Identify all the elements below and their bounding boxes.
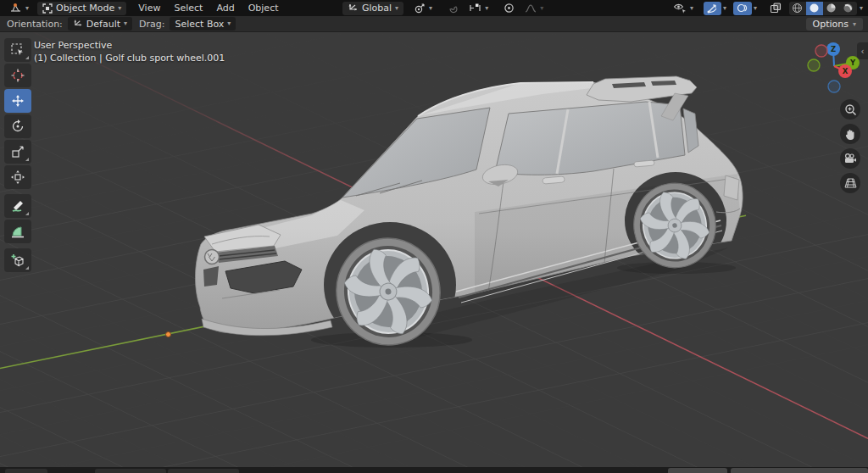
axes-icon [73,19,83,29]
view-perspective-label: User Perspective [34,39,225,52]
menu-view[interactable]: View [131,0,167,16]
object-visibility-dropdown[interactable]: ▾ [668,2,698,15]
tool-transform[interactable] [4,165,31,189]
rendered-shading-icon [843,3,854,14]
menu-add[interactable]: Add [209,0,241,16]
chevron-down-icon[interactable]: ▾ [723,5,726,12]
cursor-icon [10,68,25,83]
menu-select[interactable]: Select [167,0,209,16]
chevron-down-icon: ▾ [395,5,398,12]
add-cube-icon [10,253,25,268]
object-origin-dot[interactable] [165,331,171,337]
tool-move[interactable] [4,89,31,113]
timeline-button[interactable] [168,469,239,473]
gizmo-z-label: Z [831,45,836,53]
menu-object[interactable]: Object [242,0,286,16]
timeline-button[interactable] [731,468,868,473]
chevron-down-icon[interactable]: ▾ [860,5,863,12]
tool-add-cube[interactable] [4,248,31,272]
pivot-point-dropdown[interactable]: ▾ [409,2,437,15]
gizmo-neg-x-axis[interactable] [815,45,827,57]
tool-scale[interactable] [4,140,31,164]
tool-measure[interactable] [4,220,31,243]
xray-toggle[interactable] [767,2,784,15]
mode-label: Object Mode [56,3,114,14]
timeline-button[interactable] [668,468,727,473]
editor-type-button[interactable]: ▾ [4,2,34,15]
proportional-editing-icon [504,3,515,14]
viewport-overlay-text: User Perspective (1) Collection | Golf c… [34,39,225,64]
snap-target-dropdown[interactable]: ▾ [464,2,493,15]
orientation-dropdown[interactable]: Default ▾ [68,17,132,31]
mode-dropdown[interactable]: Object Mode ▾ [37,2,126,15]
orientation-value: Default [86,19,120,30]
camera-view-button[interactable] [840,148,860,169]
snap-target-icon [469,3,481,14]
pan-button[interactable] [840,124,860,144]
show-gizmo-toggle[interactable] [704,2,721,15]
tool-select-box[interactable] [4,38,31,62]
chevron-down-icon: ▾ [124,20,127,27]
viewport-header: ▾ Object Mode ▾ View Select Add Object [0,0,868,16]
xray-icon [770,3,782,14]
annotate-icon [10,198,25,214]
visibility-icon [673,3,687,14]
navigation-gizmo[interactable]: Z Y X [804,37,865,95]
orientation-label: Orientation: [7,19,63,30]
proportional-editing-toggle[interactable] [498,2,520,15]
timeline-button[interactable] [95,469,166,473]
wireframe-shading-icon [792,3,803,14]
show-overlays-toggle[interactable] [733,2,752,15]
gizmo-x-label: X [843,67,849,75]
gizmo-neg-y-axis[interactable] [808,59,820,71]
car-body [196,82,743,332]
chevron-down-icon: ▾ [853,21,856,28]
car-side [456,160,740,303]
material-shading-button[interactable] [823,2,840,15]
transform-icon [10,170,25,185]
gizmo-y-label: Y [849,58,856,67]
chevron-down-icon[interactable]: ▾ [754,5,757,12]
car-side-windows [495,102,685,175]
chevron-down-icon: ▾ [485,5,488,12]
chevron-down-icon: ▾ [118,5,121,12]
car-front-wheel [328,230,448,353]
show-overlays-icon [737,3,748,14]
chevron-down-icon: ▾ [227,20,231,27]
transform-orientation-icon [348,3,359,14]
object-mode-icon [42,3,53,14]
transform-orientation-dropdown[interactable]: Global ▾ [342,2,403,15]
options-button[interactable]: Options ▾ [806,18,863,31]
rendered-shading-button[interactable] [840,2,857,15]
perspective-toggle-button[interactable] [840,173,860,193]
zoom-button[interactable] [840,99,860,120]
measure-icon [10,224,25,239]
show-gizmo-icon [707,3,718,14]
chevron-down-icon: ▾ [540,5,543,12]
orientation-value: Global [362,3,392,14]
solid-shading-button[interactable] [806,2,823,15]
car-model[interactable] [0,32,868,467]
car-front [202,225,332,336]
snap-toggle[interactable] [442,2,464,15]
timeline-strip[interactable] [0,467,868,473]
falloff-dropdown[interactable]: ▾ [520,2,548,15]
camera-icon [843,153,857,164]
magnifier-icon [844,103,857,116]
tool-rotate[interactable] [4,114,31,138]
viewport-3d[interactable]: User Perspective (1) Collection | Golf c… [0,32,868,467]
chevron-down-icon: ▾ [429,5,432,12]
tool-cursor[interactable] [4,64,31,87]
drag-dropdown[interactable]: Select Box ▾ [170,17,236,31]
tool-annotate[interactable] [4,194,31,218]
sidebar-toggle[interactable]: ‹ [857,42,868,59]
car-spoiler [587,76,697,120]
gizmo-neg-z-axis[interactable] [828,81,840,92]
pivot-point-icon [414,3,426,14]
shading-mode-switch [789,2,857,15]
hand-icon [844,128,856,141]
timeline-button[interactable] [5,469,47,473]
editor-type-icon [9,3,22,14]
chevron-left-icon: ‹ [861,47,865,56]
wireframe-shading-button[interactable] [789,2,806,15]
